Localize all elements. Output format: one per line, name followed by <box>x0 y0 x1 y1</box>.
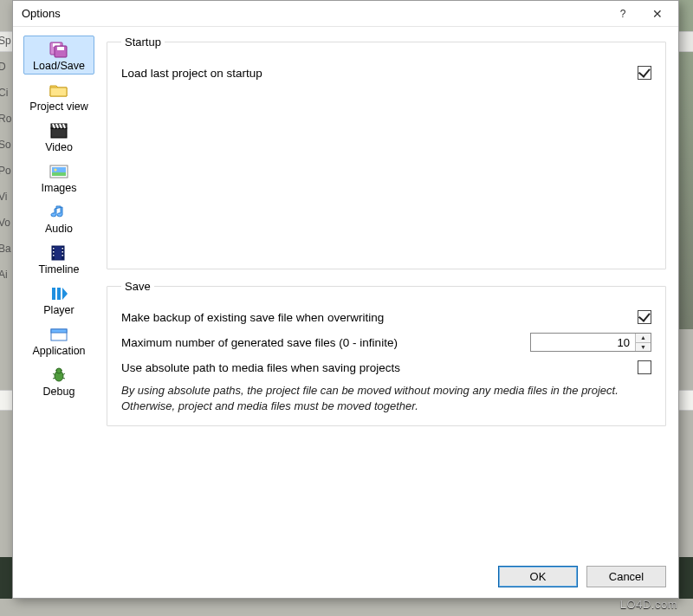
category-sidebar: Load/Save Project view <box>20 32 98 559</box>
sidebar-item-player[interactable]: Player <box>23 280 94 319</box>
content-area: Load/Save Project view <box>13 27 678 559</box>
row-load-last: Load last project on startup <box>121 66 651 80</box>
svg-rect-3 <box>57 47 64 50</box>
spin-down-icon[interactable]: ▼ <box>636 343 651 352</box>
close-button[interactable]: ✕ <box>640 2 675 26</box>
folder-icon <box>48 81 70 100</box>
window-title: Options <box>22 7 606 20</box>
music-note-icon <box>48 203 70 222</box>
svg-rect-15 <box>53 255 55 256</box>
options-dialog: Options ? ✕ Load/Save <box>12 0 679 599</box>
sidebar-item-timeline[interactable]: Timeline <box>23 239 94 278</box>
group-startup-legend: Startup <box>121 36 165 49</box>
svg-rect-22 <box>51 329 67 333</box>
row-abspath: Use absolute path to media files when sa… <box>121 360 651 374</box>
sidebar-item-label: Player <box>43 304 74 316</box>
group-save: Save Make backup of existing save file w… <box>107 280 666 426</box>
maxfiles-spinner[interactable]: ▲ ▼ <box>530 333 651 352</box>
abspath-checkbox[interactable] <box>638 360 651 374</box>
maxfiles-label: Maximum number of generated save files (… <box>121 336 530 349</box>
sidebar-item-project-view[interactable]: Project view <box>23 76 94 115</box>
sidebar-item-label: Images <box>42 182 77 194</box>
abspath-label: Use absolute path to media files when sa… <box>121 361 638 374</box>
help-button[interactable]: ? <box>606 2 640 26</box>
svg-rect-17 <box>62 251 64 253</box>
bug-icon <box>48 366 70 385</box>
svg-rect-16 <box>62 248 64 250</box>
load-last-label: Load last project on startup <box>121 67 638 80</box>
group-save-legend: Save <box>121 280 154 293</box>
play-icon <box>48 284 70 303</box>
svg-rect-13 <box>53 248 55 250</box>
sidebar-item-label: Audio <box>45 223 73 235</box>
sidebar-item-audio[interactable]: Audio <box>23 198 94 237</box>
floppy-icon <box>48 40 70 59</box>
spin-up-icon[interactable]: ▲ <box>636 334 651 343</box>
clapper-icon <box>48 121 70 140</box>
sidebar-item-label: Load/Save <box>33 60 85 72</box>
filmstrip-icon <box>48 243 70 263</box>
ok-button[interactable]: OK <box>498 566 578 587</box>
sidebar-item-debug[interactable]: Debug <box>23 361 94 400</box>
backup-checkbox[interactable] <box>638 310 651 324</box>
svg-point-9 <box>55 169 57 172</box>
row-maxfiles: Maximum number of generated save files (… <box>121 333 651 352</box>
settings-panel: Startup Load last project on startup Sav… <box>98 32 670 559</box>
svg-rect-19 <box>52 288 55 300</box>
sidebar-item-label: Application <box>32 345 85 357</box>
abspath-hint: By using absolute paths, the project fil… <box>121 383 651 413</box>
sidebar-item-load-save[interactable]: Load/Save <box>23 36 94 75</box>
svg-rect-4 <box>51 128 67 138</box>
sidebar-item-label: Timeline <box>39 263 80 276</box>
row-backup: Make backup of existing save file when o… <box>121 310 651 324</box>
load-last-checkbox[interactable] <box>638 66 651 80</box>
titlebar: Options ? ✕ <box>13 1 678 27</box>
sidebar-item-label: Debug <box>43 386 75 398</box>
svg-rect-18 <box>62 255 64 256</box>
svg-rect-20 <box>57 288 61 300</box>
svg-rect-7 <box>52 167 66 172</box>
backup-label: Make backup of existing save file when o… <box>121 311 638 324</box>
sidebar-item-video[interactable]: Video <box>23 117 94 156</box>
svg-rect-8 <box>52 172 66 176</box>
cancel-button[interactable]: Cancel <box>586 566 666 587</box>
sidebar-item-label: Project view <box>29 101 87 113</box>
sidebar-item-label: Video <box>45 141 73 153</box>
group-startup: Startup Load last project on startup <box>107 36 666 269</box>
maxfiles-input[interactable] <box>531 334 635 351</box>
sidebar-item-images[interactable]: Images <box>23 158 94 197</box>
watermark: LO4D.com <box>620 598 677 611</box>
dialog-buttons: OK Cancel <box>13 559 678 598</box>
svg-rect-14 <box>53 251 55 253</box>
picture-icon <box>48 162 70 181</box>
sidebar-item-application[interactable]: Application <box>23 321 94 360</box>
window-icon <box>48 325 70 344</box>
